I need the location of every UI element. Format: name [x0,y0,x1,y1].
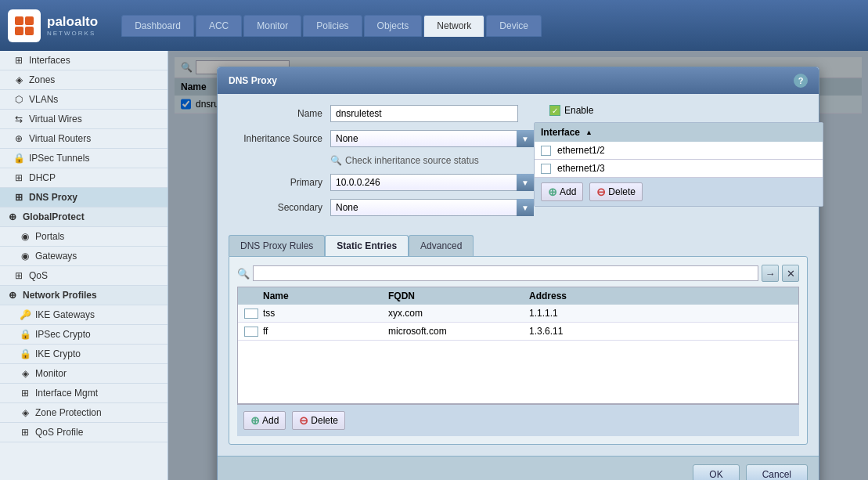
sidebar-item-qos-profile[interactable]: ⊞ QoS Profile [0,423,167,442]
sidebar-item-monitor[interactable]: ◈ Monitor [0,364,167,384]
interface-add-button[interactable]: ⊕ Add [541,182,583,201]
logo-area: paloalto NETWORKS [8,9,98,42]
row2-address: 1.3.6.11 [523,323,798,340]
vrouters-icon: ⊕ [13,134,25,143]
fqdn-col-header: FQDN [382,287,523,305]
delete-icon: ⊖ [596,186,606,198]
name-col-header: Name [257,287,382,305]
qos-icon: ⊞ [13,271,25,280]
address-col-header: Address [523,287,798,305]
sidebar-item-ipsec-tunnels[interactable]: 🔒 IPSec Tunnels [0,149,167,168]
sidebar-item-vlans[interactable]: ⬡ VLANs [0,90,167,110]
entries-delete-button[interactable]: ⊖ Delete [292,411,345,430]
modal-overlay: DNS Proxy ? Name Inheritance Sou [168,51,868,480]
sidebar-item-interfaces[interactable]: ⊞ Interfaces [0,51,167,70]
tab-advanced[interactable]: Advanced [409,235,474,256]
zones-icon: ◈ [13,75,25,85]
sidebar-item-interface-mgmt[interactable]: ⊞ Interface Mgmt [0,384,167,403]
cancel-button[interactable]: Cancel [746,464,808,480]
gp-icon: ⊕ [6,212,19,222]
modal-header: DNS Proxy ? [218,67,819,94]
main-layout: ⊞ Interfaces ◈ Zones ⬡ VLANs ⇆ Virtual W… [0,51,868,480]
export-button[interactable]: → [762,265,779,282]
vlans-icon: ⬡ [13,95,25,104]
content-area: 🔍 Name dnsruletest DNS Proxy ? [168,51,868,480]
dns-icon: ⊞ [13,193,25,202]
primary-row: Primary 10.0.0.246 ▼ [229,174,534,191]
primary-label: Primary [229,177,330,188]
ok-button[interactable]: OK [693,464,739,480]
sidebar-item-virtual-routers[interactable]: ⊕ Virtual Routers [0,129,167,149]
sidebar-item-qos[interactable]: ⊞ QoS [0,266,167,286]
table-row[interactable]: tss xyx.com 1.1.1.1 [238,305,798,323]
eth12-checkbox[interactable] [541,146,551,156]
sidebar-item-network-profiles[interactable]: ⊕ Network Profiles [0,286,167,305]
modal-tabs: DNS Proxy Rules Static Entries Advanced [229,235,808,256]
logo-icon [8,9,41,42]
sidebar-item-dhcp[interactable]: ⊞ DHCP [0,168,167,188]
row1-fqdn: xyx.com [382,305,523,322]
eth13-checkbox[interactable] [541,164,551,174]
sidebar-item-globalprotect[interactable]: ⊕ GlobalProtect [0,208,167,227]
secondary-select[interactable]: None [330,199,534,216]
sidebar-item-ike-gateways[interactable]: 🔑 IKE Gateways [0,305,167,325]
interface-row-eth12[interactable]: ethernet1/2 [535,142,823,160]
interface-delete-button[interactable]: ⊖ Delete [589,182,643,201]
primary-select[interactable]: 10.0.0.246 [330,174,534,191]
table-row[interactable]: ff microsoft.com 1.3.6.11 [238,323,798,341]
secondary-row: Secondary None ▼ [229,199,534,216]
sidebar-item-ipsec-crypto[interactable]: 🔒 IPSec Crypto [0,325,167,345]
tab-objects[interactable]: Objects [364,15,423,37]
sidebar-item-ike-crypto[interactable]: 🔒 IKE Crypto [0,345,167,364]
check-icon: 🔍 [330,155,342,166]
logo-text: paloalto NETWORKS [47,14,98,37]
sidebar: ⊞ Interfaces ◈ Zones ⬡ VLANs ⇆ Virtual W… [0,51,168,480]
interface-row-eth13[interactable]: ethernet1/3 [535,160,823,178]
sidebar-item-portals[interactable]: ◉ Portals [0,227,167,247]
enable-checkbox[interactable]: ✓ [549,105,560,116]
tab-device[interactable]: Device [486,15,542,37]
dhcp-icon: ⊞ [13,173,25,182]
np-icon: ⊕ [6,291,19,300]
inheritance-select-wrapper: None ▼ [330,130,534,147]
svg-rect-3 [25,27,34,35]
sidebar-item-virtual-wires[interactable]: ⇆ Virtual Wires [0,110,167,129]
inheritance-label: Inheritance Source [229,133,330,144]
ikecrypto-icon: 🔒 [19,349,31,359]
sidebar-item-zone-protection[interactable]: ◈ Zone Protection [0,403,167,423]
name-label: Name [229,108,330,119]
ifmgmt-icon: ⊞ [19,388,31,398]
clear-button[interactable]: ✕ [782,265,799,282]
name-row: Name [229,105,534,122]
tab-policies[interactable]: Policies [303,15,362,37]
tab-dns-proxy-rules[interactable]: DNS Proxy Rules [229,235,325,256]
interfaces-icon: ⊞ [13,56,25,65]
sidebar-item-zones[interactable]: ◈ Zones [0,70,167,90]
eth13-label: ethernet1/3 [557,163,605,174]
eth12-label: ethernet1/2 [557,145,605,156]
tab-acc[interactable]: ACC [196,15,242,37]
tab-network[interactable]: Network [423,15,484,37]
entries-del-icon: ⊖ [299,414,308,427]
monitor-icon: ◈ [19,369,31,378]
inheritance-row: Inheritance Source None ▼ [229,130,534,147]
inheritance-select[interactable]: None [330,130,534,147]
entries-add-icon: ⊕ [250,414,260,427]
entries-add-button[interactable]: ⊕ Add [243,411,286,430]
modal-help-button[interactable]: ? [794,74,808,88]
sidebar-item-dns-proxy[interactable]: ⊞ DNS Proxy [0,188,167,208]
sub-search-input[interactable] [253,265,758,281]
row2-name: ff [257,323,382,340]
name-input[interactable] [330,105,518,122]
top-bar: paloalto NETWORKS Dashboard ACC Monitor … [0,0,868,51]
tab-dashboard[interactable]: Dashboard [121,15,194,37]
ikegw-icon: 🔑 [19,310,31,319]
tab-monitor[interactable]: Monitor [243,15,301,37]
sub-table-header: Name FQDN Address [238,287,798,305]
row1-name: tss [257,305,382,322]
tab-static-entries[interactable]: Static Entries [325,235,409,256]
sidebar-item-gateways[interactable]: ◉ Gateways [0,247,167,266]
portals-icon: ◉ [19,232,31,241]
row1-address: 1.1.1.1 [523,305,798,322]
zoneprot-icon: ◈ [19,408,31,417]
